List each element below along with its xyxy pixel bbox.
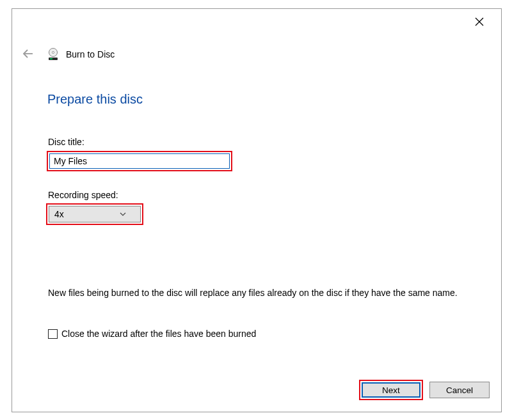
next-button-highlight: Next bbox=[359, 380, 423, 400]
chevron-down-icon bbox=[120, 209, 126, 219]
disc-title-highlight bbox=[47, 151, 232, 171]
disc-title-label: Disc title: bbox=[48, 137, 84, 147]
page-heading: Prepare this disc bbox=[47, 92, 143, 107]
recording-speed-highlight: 4x bbox=[46, 203, 143, 225]
svg-point-4 bbox=[52, 51, 54, 53]
disc-burn-icon bbox=[47, 48, 60, 61]
arrow-left-icon bbox=[22, 47, 35, 62]
disc-title-input[interactable] bbox=[49, 153, 230, 169]
recording-speed-label: Recording speed: bbox=[48, 190, 118, 200]
close-button[interactable] bbox=[465, 13, 493, 33]
close-icon bbox=[475, 17, 484, 29]
back-button[interactable] bbox=[21, 47, 35, 61]
close-after-burn-label: Close the wizard after the files have be… bbox=[61, 329, 256, 339]
svg-rect-6 bbox=[50, 58, 52, 59]
replace-note: New files being burned to the disc will … bbox=[48, 287, 467, 299]
close-after-burn-checkbox[interactable] bbox=[48, 329, 58, 339]
recording-speed-dropdown[interactable]: 4x bbox=[49, 206, 141, 222]
cancel-button[interactable]: Cancel bbox=[429, 382, 490, 398]
recording-speed-value: 4x bbox=[54, 209, 64, 219]
next-button[interactable]: Next bbox=[362, 382, 420, 398]
burn-to-disc-dialog: Burn to Disc Prepare this disc Disc titl… bbox=[12, 8, 502, 412]
window-title: Burn to Disc bbox=[66, 49, 115, 59]
